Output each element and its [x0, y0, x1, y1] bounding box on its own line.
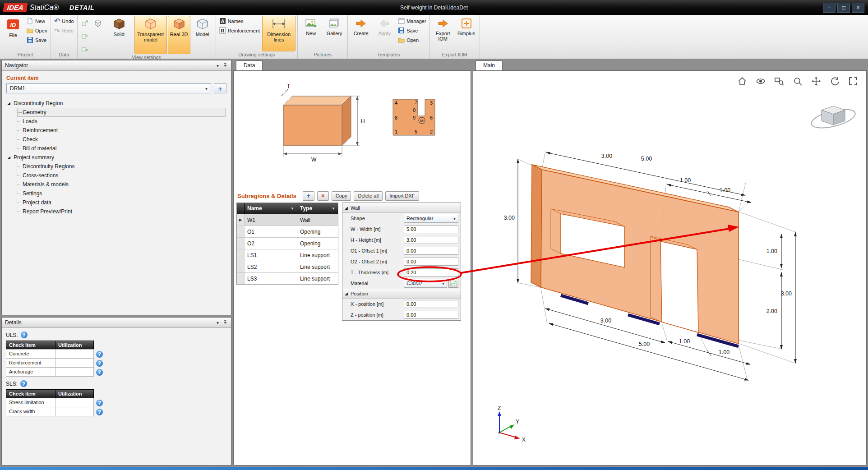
svg-text:T: T	[287, 83, 291, 89]
help-icon[interactable]: ?	[20, 380, 27, 387]
save-button[interactable]: Save	[25, 36, 49, 44]
z-position-input[interactable]	[404, 311, 458, 319]
model-view-button[interactable]: Model	[191, 16, 214, 54]
delete-all-button[interactable]: Delete all	[354, 191, 383, 201]
table-row-ls1[interactable]: LS1 Line support	[237, 249, 338, 261]
expander-icon[interactable]: ◢	[7, 155, 10, 160]
file-button[interactable]: ID File	[2, 16, 24, 51]
wireframe-cube-icon[interactable]	[92, 17, 104, 29]
wall-properties-panel: ◢ Wall Shape Rectangular ▾ W - Width [m]	[342, 203, 461, 321]
geometry-diagrams: T H W 4	[234, 71, 471, 189]
material-select[interactable]: C30/37 ▾	[404, 279, 447, 288]
help-icon[interactable]: ?	[21, 332, 28, 338]
panel-menu-icon[interactable]: ▾	[217, 63, 219, 68]
delete-subregion-button[interactable]: ×	[317, 191, 329, 201]
tree-item-check[interactable]: Check	[17, 135, 226, 144]
add-subregion-button[interactable]: +	[303, 191, 314, 201]
shape-select[interactable]: Rectangular ▾	[404, 214, 458, 223]
help-icon[interactable]: ?	[96, 400, 103, 406]
template-open-button[interactable]: Open	[397, 36, 427, 44]
help-icon[interactable]: ?	[96, 360, 103, 367]
filter-icon[interactable]: ▼	[291, 207, 294, 211]
copy-button[interactable]: Copy	[332, 191, 351, 201]
perspective-icon[interactable]	[755, 75, 766, 87]
template-manager-button[interactable]: Manager	[397, 17, 427, 25]
position-section-header[interactable]: ◢ Position	[342, 289, 461, 299]
tree-item-loads[interactable]: Loads	[17, 117, 226, 126]
filter-icon[interactable]: ▼	[332, 207, 335, 211]
remove-node-icon[interactable]	[79, 42, 91, 54]
export-iom-button[interactable]: Export IOM	[432, 16, 454, 51]
subregions-table: Name▼ Type▼ ▶ W1 Wall O1 Opening	[236, 203, 338, 285]
close-button[interactable]: ×	[852, 3, 864, 13]
table-row-o2[interactable]: O2 Opening	[237, 238, 338, 249]
insert-node-icon[interactable]	[79, 17, 91, 29]
maximize-button[interactable]: □	[837, 3, 850, 13]
picture-new-button[interactable]: New	[300, 16, 322, 51]
bimplus-button[interactable]: Bimplus	[455, 16, 478, 51]
redo-button[interactable]: ↷ Redo	[53, 27, 75, 35]
tree-item-cross-sections[interactable]: Cross-sections	[17, 171, 226, 180]
uls-table: Check item Utilization Concrete ? Reinfo…	[6, 341, 231, 377]
wall-section-header[interactable]: ◢ Wall	[342, 203, 461, 213]
undo-button[interactable]: ↶ Undo	[53, 17, 75, 25]
offset1-input[interactable]	[404, 247, 458, 255]
panel-menu-icon[interactable]: ▾	[217, 320, 219, 325]
tree-item-report-preview-print[interactable]: Report Preview/Print	[17, 207, 226, 216]
tree-item-discontinuity-regions[interactable]: Discontinuity Regions	[17, 162, 226, 171]
offset2-input[interactable]	[404, 258, 458, 266]
navigation-cube[interactable]	[809, 106, 857, 131]
help-icon[interactable]: ?	[96, 351, 103, 358]
fit-view-icon[interactable]	[847, 75, 859, 87]
expander-icon[interactable]: ◢	[7, 101, 10, 106]
tab-main[interactable]: Main	[476, 60, 503, 70]
home-view-icon[interactable]	[736, 75, 748, 87]
rotate-icon[interactable]	[829, 75, 840, 87]
help-icon[interactable]: ?	[96, 409, 103, 415]
dimension-lines-button[interactable]: Dimension lines	[262, 16, 295, 51]
add-item-button[interactable]: +	[214, 83, 226, 93]
tree-item-materials-models[interactable]: Materials & models	[17, 180, 226, 189]
x-position-input[interactable]	[404, 300, 458, 308]
thickness-input[interactable]	[404, 268, 458, 276]
material-detail-button[interactable]	[448, 279, 458, 288]
tree-item-reinforcement[interactable]: Reinforcement	[17, 126, 226, 135]
minimize-button[interactable]: –	[823, 3, 836, 13]
height-input[interactable]	[404, 236, 458, 244]
zoom-window-icon[interactable]	[773, 75, 785, 87]
pin-icon[interactable]	[222, 62, 228, 69]
tree-item-bill-of-material[interactable]: Bill of material	[17, 144, 226, 153]
tree-item-settings[interactable]: Settings	[17, 189, 226, 198]
main-3d-view[interactable]: 3.00 5.00 1.00 1.00 3.00 1.00 3.00 2.00 …	[473, 70, 867, 465]
help-icon[interactable]: ?	[96, 369, 103, 376]
pan-icon[interactable]	[810, 75, 822, 87]
import-dxf-button[interactable]: Import DXF	[385, 191, 419, 201]
table-row-ls2[interactable]: LS2 Line support	[237, 261, 338, 273]
current-item-select[interactable]: DRM1 ▾	[6, 83, 211, 93]
svg-text:0: 0	[413, 107, 416, 113]
width-input[interactable]	[404, 225, 458, 233]
new-button[interactable]: New	[25, 17, 49, 25]
edit-polygon-icon[interactable]	[79, 30, 91, 41]
reinforcement-toggle[interactable]: R Reinforcement	[218, 27, 262, 35]
template-create-button[interactable]: Create	[350, 16, 372, 51]
tree-section-project-summary[interactable]: ◢ Project summary	[5, 153, 231, 162]
tree-section-discontinuity-region[interactable]: ◢ Discontinuity Region	[5, 99, 231, 108]
tree-item-project-data[interactable]: Project data	[17, 198, 226, 207]
table-row-o1[interactable]: O1 Opening	[237, 226, 338, 238]
real-3d-button[interactable]: Real 3D	[168, 16, 190, 54]
names-toggle[interactable]: A Names	[218, 17, 262, 25]
solid-view-button[interactable]: Solid	[105, 16, 134, 54]
3d-scene[interactable]: 3.00 5.00 1.00 1.00 3.00 1.00 3.00 2.00 …	[473, 71, 866, 465]
table-row-ls3[interactable]: LS3 Line support	[237, 273, 338, 285]
template-save-button[interactable]: Save	[397, 27, 427, 35]
gallery-button[interactable]: Gallery	[323, 16, 346, 51]
zoom-icon[interactable]	[792, 75, 803, 87]
tab-data[interactable]: Data	[236, 60, 263, 70]
open-button[interactable]: Open	[25, 27, 49, 35]
tree-item-geometry[interactable]: Geometry	[17, 108, 226, 117]
template-apply-button[interactable]: Apply	[373, 16, 396, 51]
transparent-model-button[interactable]: Transparent model	[134, 16, 167, 54]
pin-icon[interactable]	[222, 319, 228, 326]
table-row-w1[interactable]: ▶ W1 Wall	[237, 214, 338, 226]
